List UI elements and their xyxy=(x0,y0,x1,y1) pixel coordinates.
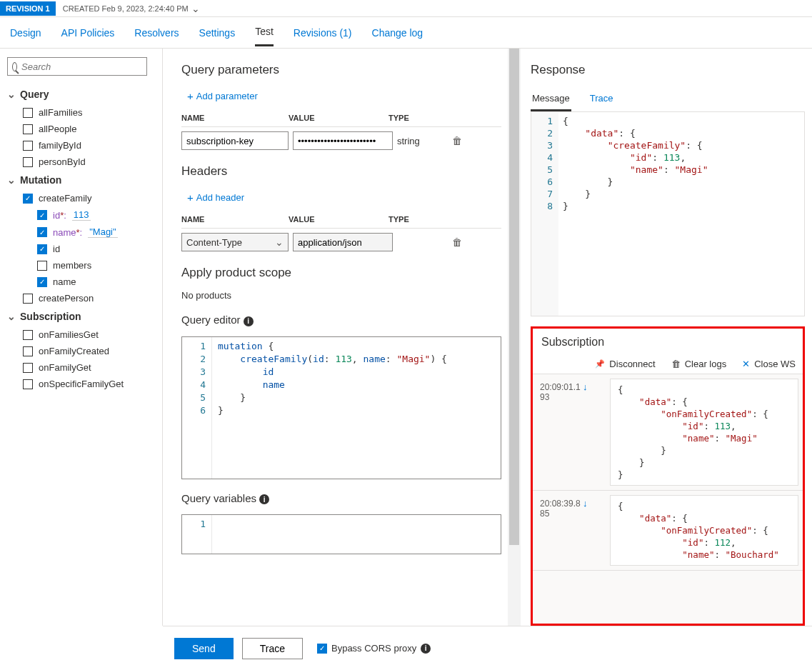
info-icon[interactable]: i xyxy=(244,316,254,326)
editor-body[interactable]: mutation { createFamily(id: 113, name: "… xyxy=(212,337,501,479)
checkbox[interactable] xyxy=(37,261,47,271)
tree-item-allpeople[interactable]: allPeople xyxy=(7,121,155,137)
tab-resolvers[interactable]: Resolvers xyxy=(134,20,179,46)
tree-param-id[interactable]: ✓id*: 113 xyxy=(34,206,155,224)
tree-item-createperson[interactable]: createPerson xyxy=(7,290,155,306)
table-row: string xyxy=(181,127,501,154)
add-header-button[interactable]: Add header xyxy=(187,191,244,204)
checkbox[interactable] xyxy=(23,379,33,389)
center-panel: Query parameters Add parameter NAMEVALUE… xyxy=(163,49,521,626)
checkbox[interactable]: ✓ xyxy=(37,244,47,254)
tree-mutation-header[interactable]: Mutation xyxy=(7,170,155,190)
checkbox[interactable]: ✓ xyxy=(37,210,47,220)
tab-test[interactable]: Test xyxy=(255,19,274,46)
vars-editor[interactable]: 1 xyxy=(181,514,501,554)
tab-message[interactable]: Message xyxy=(531,87,571,111)
headers-table: NAMEVALUETYPE Content-Type xyxy=(181,211,501,256)
scrollbar[interactable] xyxy=(508,49,521,626)
search-box[interactable] xyxy=(7,57,147,76)
tree-item-createfamily[interactable]: ✓createFamily xyxy=(7,190,155,206)
tree-subscription-title: Subscription xyxy=(20,311,81,322)
nav-tabs: Design API Policies Resolvers Settings T… xyxy=(0,17,812,49)
checkbox[interactable] xyxy=(23,141,33,151)
response-panel: Response Message Trace 12345678 { "data"… xyxy=(531,59,805,316)
checkbox[interactable] xyxy=(23,108,33,118)
tree-item-familybyid[interactable]: familyById xyxy=(7,137,155,154)
query-editor[interactable]: 123456 mutation { createFamily(id: 113, … xyxy=(181,336,501,479)
chevron-down-icon xyxy=(275,236,284,248)
checkbox[interactable] xyxy=(23,157,33,167)
qp-name-input[interactable] xyxy=(181,131,289,150)
chevron-down-icon xyxy=(7,89,16,100)
tab-trace[interactable]: Trace xyxy=(588,87,615,111)
tree-item-onfamiliesget[interactable]: onFamiliesGet xyxy=(7,326,155,343)
headers-title: Headers xyxy=(181,164,501,179)
checkbox[interactable]: ✓ xyxy=(37,277,47,287)
editor-gutter: 123456 xyxy=(182,337,212,479)
search-input[interactable] xyxy=(21,61,142,72)
tab-changelog[interactable]: Change log xyxy=(372,20,423,46)
plus-icon xyxy=(187,90,194,102)
revision-badge: REVISION 1 xyxy=(0,1,56,16)
log-payload: { "data": { "onFamilyCreated": { "id": 1… xyxy=(610,495,798,566)
close-icon xyxy=(742,359,750,369)
tree-field-id[interactable]: ✓id xyxy=(34,241,155,257)
param-value-input[interactable]: 113 xyxy=(72,209,91,221)
tree-query-header[interactable]: Query xyxy=(7,84,155,104)
tab-revisions[interactable]: Revisions (1) xyxy=(294,20,352,46)
tree-item-onfamilycreated[interactable]: onFamilyCreated xyxy=(7,343,155,359)
clear-logs-button[interactable]: Clear logs xyxy=(671,359,727,369)
checkbox[interactable] xyxy=(23,346,33,356)
header-value-input[interactable] xyxy=(293,233,393,251)
search-icon xyxy=(12,62,17,71)
trash-icon[interactable] xyxy=(447,135,467,146)
checkbox[interactable] xyxy=(23,363,33,373)
scope-text: No products xyxy=(181,290,501,301)
checkbox[interactable]: ✓ xyxy=(37,227,47,237)
revision-created-text: CREATED Feb 9, 2023, 2:24:40 PM xyxy=(63,4,189,13)
table-row: Content-Type xyxy=(181,229,501,256)
info-icon[interactable]: i xyxy=(421,644,431,654)
tree-item-allfamilies[interactable]: allFamilies xyxy=(7,104,155,121)
tree-item-personbyid[interactable]: personById xyxy=(7,154,155,170)
info-icon[interactable]: i xyxy=(259,494,269,504)
bypass-cors-checkbox[interactable]: ✓ Bypass CORS proxy i xyxy=(317,643,431,654)
disconnect-icon xyxy=(595,359,605,369)
checkbox[interactable]: ✓ xyxy=(317,644,327,654)
tree-field-name[interactable]: ✓name xyxy=(34,274,155,290)
response-gutter: 12345678 xyxy=(531,112,558,316)
tree-item-onfamilyget[interactable]: onFamilyGet xyxy=(7,359,155,376)
trace-button[interactable]: Trace xyxy=(242,638,303,659)
checkbox[interactable] xyxy=(23,330,33,340)
disconnect-button[interactable]: Disconnect xyxy=(595,359,655,369)
subscription-logs[interactable]: 20:09:01.1 ↓93{ "data": { "onFamilyCreat… xyxy=(533,374,803,624)
scope-title: Apply product scope xyxy=(181,266,501,280)
close-ws-button[interactable]: Close WS xyxy=(742,359,796,369)
tree-item-onspecificfamilyget[interactable]: onSpecificFamilyGet xyxy=(7,376,155,392)
tree-field-members[interactable]: members xyxy=(34,257,155,274)
tree-subscription-header[interactable]: Subscription xyxy=(7,306,155,326)
add-parameter-button[interactable]: Add parameter xyxy=(187,90,258,102)
trash-icon xyxy=(671,359,681,369)
tab-design[interactable]: Design xyxy=(10,20,41,46)
checkbox[interactable] xyxy=(23,294,33,304)
send-button[interactable]: Send xyxy=(174,638,234,659)
revision-created[interactable]: CREATED Feb 9, 2023, 2:24:40 PM xyxy=(56,0,207,17)
revision-bar: REVISION 1 CREATED Feb 9, 2023, 2:24:40 … xyxy=(0,0,812,17)
param-value-input[interactable]: "Magi" xyxy=(88,226,117,238)
arrow-down-icon: ↓ xyxy=(583,498,588,509)
qp-title: Query parameters xyxy=(181,63,501,77)
header-name-select[interactable]: Content-Type xyxy=(181,233,289,251)
editor-body[interactable] xyxy=(212,515,501,554)
response-body: 12345678 { "data": { "createFamily": { "… xyxy=(531,112,805,316)
checkbox[interactable] xyxy=(23,124,33,134)
qp-value-input[interactable] xyxy=(293,131,393,150)
tab-settings[interactable]: Settings xyxy=(199,20,236,46)
editor-title: Query editor i xyxy=(181,314,501,326)
subscription-panel: Subscription Disconnect Clear logs Close… xyxy=(531,326,805,626)
log-timestamp: 20:09:01.1 ↓93 xyxy=(533,374,606,490)
tab-api-policies[interactable]: API Policies xyxy=(61,20,115,46)
trash-icon[interactable] xyxy=(447,236,467,248)
checkbox[interactable]: ✓ xyxy=(23,194,33,204)
tree-param-name[interactable]: ✓name*: "Magi" xyxy=(34,224,155,241)
